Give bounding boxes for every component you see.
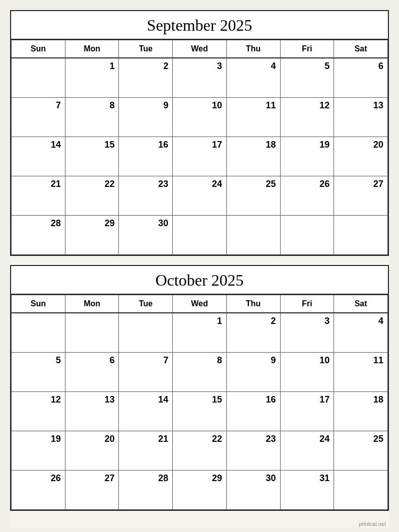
- header-tue: Tue: [119, 40, 173, 58]
- day-5: 5: [12, 353, 65, 392]
- calendar-september-2025: September 2025SunMonTueWedThuFriSat12345…: [10, 10, 389, 256]
- empty-cell: [334, 216, 388, 255]
- september-2025-grid: SunMonTueWedThuFriSat1234567891011121314…: [11, 40, 388, 255]
- header-tue: Tue: [119, 295, 173, 313]
- day-3: 3: [173, 58, 227, 98]
- day-12: 12: [12, 392, 65, 431]
- header-wed: Wed: [173, 40, 227, 58]
- day-28: 28: [119, 471, 173, 510]
- day-13: 13: [334, 98, 388, 137]
- day-15: 15: [173, 392, 227, 431]
- day-2: 2: [119, 58, 173, 98]
- day-7: 7: [12, 98, 65, 137]
- day-20: 20: [334, 137, 388, 176]
- header-fri: Fri: [281, 295, 335, 313]
- september-2025-title: September 2025: [11, 11, 388, 40]
- day-10: 10: [173, 98, 227, 137]
- day-1: 1: [65, 58, 119, 98]
- empty-cell: [281, 216, 335, 255]
- day-16: 16: [119, 137, 173, 176]
- day-25: 25: [227, 176, 281, 216]
- calendar-october-2025: October 2025SunMonTueWedThuFriSat1234567…: [10, 265, 389, 511]
- day-4: 4: [334, 313, 388, 353]
- day-19: 19: [12, 431, 65, 471]
- watermark: printcal.net: [10, 520, 389, 528]
- day-27: 27: [334, 176, 388, 216]
- day-18: 18: [334, 392, 388, 431]
- day-7: 7: [119, 353, 173, 392]
- empty-cell: [119, 313, 173, 353]
- day-27: 27: [65, 471, 119, 510]
- day-17: 17: [173, 137, 227, 176]
- day-14: 14: [119, 392, 173, 431]
- day-10: 10: [281, 353, 335, 392]
- october-2025-title: October 2025: [11, 266, 388, 295]
- day-14: 14: [12, 137, 65, 176]
- day-6: 6: [334, 58, 388, 98]
- day-21: 21: [119, 431, 173, 471]
- day-5: 5: [281, 58, 335, 98]
- day-26: 26: [12, 471, 65, 510]
- day-24: 24: [281, 431, 335, 471]
- empty-cell: [65, 313, 119, 353]
- day-3: 3: [281, 313, 335, 353]
- october-2025-grid: SunMonTueWedThuFriSat1234567891011121314…: [11, 295, 388, 510]
- header-fri: Fri: [281, 40, 335, 58]
- day-23: 23: [227, 431, 281, 471]
- day-2: 2: [227, 313, 281, 353]
- empty-cell: [227, 216, 281, 255]
- day-29: 29: [65, 216, 119, 255]
- day-23: 23: [119, 176, 173, 216]
- day-25: 25: [334, 431, 388, 471]
- header-sun: Sun: [12, 295, 65, 313]
- day-16: 16: [227, 392, 281, 431]
- header-wed: Wed: [173, 295, 227, 313]
- day-9: 9: [227, 353, 281, 392]
- day-8: 8: [173, 353, 227, 392]
- page: September 2025SunMonTueWedThuFriSat12345…: [10, 10, 389, 528]
- header-sat: Sat: [334, 295, 388, 313]
- day-9: 9: [119, 98, 173, 137]
- header-sat: Sat: [334, 40, 388, 58]
- day-24: 24: [173, 176, 227, 216]
- header-mon: Mon: [65, 40, 119, 58]
- day-30: 30: [119, 216, 173, 255]
- day-15: 15: [65, 137, 119, 176]
- day-8: 8: [65, 98, 119, 137]
- day-11: 11: [334, 353, 388, 392]
- empty-cell: [12, 58, 65, 98]
- day-13: 13: [65, 392, 119, 431]
- day-22: 22: [173, 431, 227, 471]
- empty-cell: [173, 216, 227, 255]
- day-20: 20: [65, 431, 119, 471]
- empty-cell: [334, 471, 388, 510]
- day-19: 19: [281, 137, 335, 176]
- day-11: 11: [227, 98, 281, 137]
- day-21: 21: [12, 176, 65, 216]
- day-29: 29: [173, 471, 227, 510]
- header-mon: Mon: [65, 295, 119, 313]
- day-28: 28: [12, 216, 65, 255]
- day-18: 18: [227, 137, 281, 176]
- header-sun: Sun: [12, 40, 65, 58]
- day-1: 1: [173, 313, 227, 353]
- empty-cell: [12, 313, 65, 353]
- day-12: 12: [281, 98, 335, 137]
- header-thu: Thu: [227, 295, 281, 313]
- day-26: 26: [281, 176, 335, 216]
- header-thu: Thu: [227, 40, 281, 58]
- day-31: 31: [281, 471, 335, 510]
- day-17: 17: [281, 392, 335, 431]
- day-4: 4: [227, 58, 281, 98]
- day-30: 30: [227, 471, 281, 510]
- day-6: 6: [65, 353, 119, 392]
- day-22: 22: [65, 176, 119, 216]
